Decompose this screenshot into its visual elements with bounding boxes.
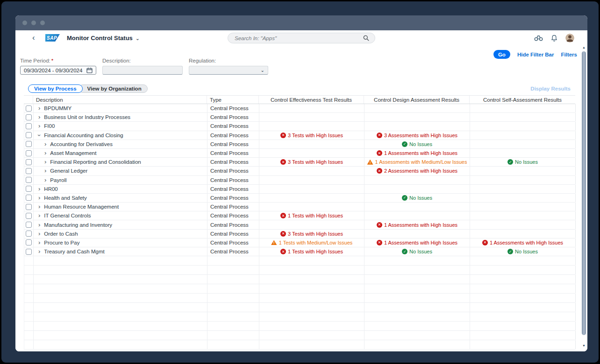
tab-view-by-process[interactable]: View by Process bbox=[28, 84, 83, 93]
expand-arrow-icon[interactable]: › bbox=[38, 231, 40, 236]
column-header-control-self-assessment-results[interactable]: Control Self-Assessment Results bbox=[470, 96, 575, 104]
error-icon: ✕ bbox=[377, 133, 382, 138]
expand-arrow-icon[interactable]: › bbox=[38, 223, 40, 227]
checkbox-cell bbox=[24, 167, 34, 175]
effectiveness-cell bbox=[259, 266, 364, 274]
row-checkbox[interactable] bbox=[26, 105, 32, 112]
back-button[interactable]: ‹ bbox=[32, 33, 35, 43]
time-period-date-input[interactable]: 09/30/2024 - 09/30/2024 bbox=[20, 66, 96, 75]
table-row: ›Manufacturing and InventoryCentral Proc… bbox=[24, 220, 575, 229]
expand-arrow-icon[interactable]: › bbox=[38, 187, 40, 191]
design-cell: !1 Assessments with Medium/Low Issues bbox=[364, 158, 470, 166]
description-cell: ›Financial Accounting and Closing bbox=[34, 131, 207, 140]
row-checkbox[interactable] bbox=[26, 231, 32, 237]
user-avatar[interactable] bbox=[565, 34, 574, 42]
checkbox-cell bbox=[24, 312, 34, 321]
row-checkbox[interactable] bbox=[26, 239, 32, 245]
go-button[interactable]: Go bbox=[493, 50, 510, 59]
status-text: 3 Tests with High Issues bbox=[288, 133, 343, 138]
app-title-menu[interactable]: Monitor Control Status ⌄ bbox=[67, 35, 140, 42]
design-cell bbox=[364, 256, 470, 265]
row-checkbox[interactable] bbox=[26, 114, 32, 120]
row-checkbox[interactable] bbox=[26, 204, 32, 210]
display-results-link[interactable]: Display Results bbox=[530, 86, 571, 91]
search-icon[interactable] bbox=[363, 35, 369, 41]
expand-arrow-icon[interactable]: › bbox=[38, 204, 40, 209]
row-checkbox[interactable] bbox=[26, 177, 32, 183]
process-name: Payroll bbox=[50, 177, 66, 183]
row-checkbox[interactable] bbox=[26, 159, 32, 165]
row-checkbox[interactable] bbox=[26, 195, 32, 201]
expand-arrow-icon[interactable]: › bbox=[38, 213, 40, 218]
vertical-scrollbar[interactable]: ▲ ▼ bbox=[582, 46, 586, 348]
row-checkbox[interactable] bbox=[26, 132, 32, 138]
description-cell: ›BPDUMMY bbox=[34, 104, 207, 112]
self-assessment-cell bbox=[470, 122, 576, 130]
search-input[interactable]: Search In: "Apps" bbox=[228, 33, 375, 43]
assistant-icon[interactable] bbox=[534, 35, 543, 41]
self-assessment-cell: ✕1 Assessments with High Issues bbox=[470, 238, 576, 247]
column-header-control-design-assessment-results[interactable]: Control Design Assessment Results bbox=[364, 96, 470, 104]
scroll-up-arrow-icon[interactable]: ▲ bbox=[582, 46, 586, 49]
design-cell bbox=[364, 211, 470, 220]
process-name: Asset Management bbox=[50, 150, 96, 156]
column-header-type[interactable]: Type bbox=[207, 96, 259, 104]
status-text: No Issues bbox=[515, 249, 538, 254]
row-checkbox[interactable] bbox=[26, 150, 32, 156]
expand-arrow-icon[interactable]: › bbox=[44, 142, 46, 147]
expand-arrow-icon[interactable]: › bbox=[38, 249, 40, 254]
table-row: ›Financial Reporting and ConsolidationCe… bbox=[24, 158, 575, 167]
description-cell: ›Business Unit or Industry Processes bbox=[34, 113, 207, 121]
design-cell bbox=[364, 331, 470, 340]
empty-table-row bbox=[24, 331, 575, 340]
window-frame: ‹ SAP Monitor Control Status ⌄ Search In… bbox=[1, 1, 599, 363]
row-checkbox[interactable] bbox=[26, 249, 32, 255]
scroll-down-arrow-icon[interactable]: ▼ bbox=[582, 344, 586, 348]
expand-arrow-icon[interactable]: › bbox=[44, 178, 46, 182]
column-header-description[interactable]: Description bbox=[33, 96, 207, 104]
expand-arrow-icon[interactable]: › bbox=[38, 196, 40, 200]
column-header-control-effectiveness-test-results[interactable]: Control Effectiveness Test Results bbox=[259, 96, 364, 104]
status-text: 1 Assessments with High Issues bbox=[490, 240, 563, 245]
row-checkbox[interactable] bbox=[26, 213, 32, 219]
filters-link[interactable]: Filters bbox=[561, 52, 577, 57]
type-cell: Central Process bbox=[207, 140, 259, 148]
scrollbar-thumb[interactable] bbox=[582, 51, 586, 335]
type-cell bbox=[207, 294, 259, 302]
self-assessment-cell bbox=[470, 284, 576, 293]
expand-arrow-icon[interactable]: › bbox=[44, 160, 46, 164]
self-assessment-cell bbox=[470, 211, 576, 220]
shell-icons bbox=[534, 34, 574, 42]
calendar-icon[interactable] bbox=[86, 67, 93, 73]
expand-arrow-icon[interactable]: › bbox=[38, 124, 40, 128]
effectiveness-cell bbox=[259, 122, 364, 130]
row-checkbox[interactable] bbox=[26, 141, 32, 147]
design-cell bbox=[364, 176, 470, 184]
view-switch: View by ProcessView by Organization bbox=[28, 84, 148, 93]
checkbox-cell bbox=[24, 220, 34, 229]
row-checkbox[interactable] bbox=[26, 186, 32, 192]
row-checkbox[interactable] bbox=[26, 123, 32, 129]
description-cell bbox=[34, 312, 207, 321]
expand-arrow-icon[interactable]: › bbox=[44, 168, 46, 173]
row-checkbox[interactable] bbox=[26, 222, 32, 228]
notifications-bell-icon[interactable] bbox=[551, 35, 557, 42]
collapse-arrow-icon[interactable]: › bbox=[37, 134, 42, 136]
hide-filter-bar-link[interactable]: Hide Filter Bar bbox=[517, 52, 554, 57]
regulation-select[interactable]: ⌄ bbox=[189, 66, 268, 75]
expand-arrow-icon[interactable]: › bbox=[38, 115, 40, 119]
checkbox-cell bbox=[24, 158, 34, 166]
self-assessment-cell bbox=[470, 167, 576, 175]
tab-view-by-organization[interactable]: View by Organization bbox=[79, 84, 148, 93]
type-cell: Central Process bbox=[207, 131, 259, 140]
status-success: ✓No Issues bbox=[402, 195, 432, 201]
expand-arrow-icon[interactable]: › bbox=[38, 106, 40, 111]
filter-bar: Time Period:*09/30/2024 - 09/30/2024Desc… bbox=[20, 58, 268, 75]
description-text-input[interactable] bbox=[102, 66, 183, 75]
effectiveness-cell bbox=[259, 256, 364, 265]
expand-arrow-icon[interactable]: › bbox=[38, 240, 40, 245]
row-checkbox[interactable] bbox=[26, 168, 32, 174]
error-icon: ✕ bbox=[280, 159, 286, 165]
expand-arrow-icon[interactable]: › bbox=[44, 151, 46, 155]
description-cell: ›Accounting for Derivatives bbox=[34, 140, 207, 148]
